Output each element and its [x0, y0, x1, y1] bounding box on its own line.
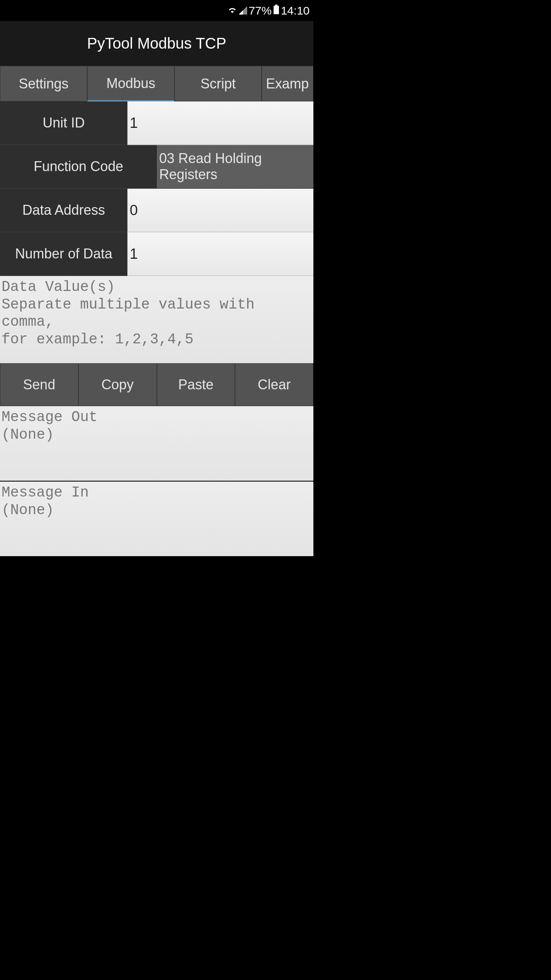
svg-rect-1 [274, 6, 279, 14]
message-in-label: Message In [2, 484, 89, 501]
app-title: PyTool Modbus TCP [0, 21, 313, 66]
wifi-icon [227, 4, 237, 17]
paste-button[interactable]: Paste [157, 363, 235, 406]
copy-button[interactable]: Copy [78, 363, 157, 406]
tabs-bar: Settings Modbus Script Examp [0, 66, 313, 101]
message-out-label: Message Out [2, 409, 98, 425]
message-in-area[interactable]: Message In (None) [0, 482, 313, 556]
tab-modbus[interactable]: Modbus [87, 66, 174, 101]
send-button[interactable]: Send [0, 363, 78, 406]
clock-time: 14:10 [281, 4, 310, 17]
data-value-textarea[interactable]: Data Value(s) Separate multiple values w… [0, 276, 313, 363]
tab-script[interactable]: Script [174, 66, 262, 101]
function-code-label: Function Code [0, 145, 157, 189]
function-code-select[interactable]: 03 Read Holding Registers [157, 145, 313, 189]
battery-icon [273, 4, 279, 17]
number-of-data-input[interactable] [127, 232, 313, 276]
unit-id-label: Unit ID [0, 101, 127, 145]
number-of-data-label: Number of Data [0, 232, 127, 276]
svg-rect-0 [275, 5, 277, 6]
clear-button[interactable]: Clear [235, 363, 313, 406]
message-out-area[interactable]: Message Out (None) [0, 406, 313, 481]
tab-settings[interactable]: Settings [0, 66, 87, 101]
data-address-input[interactable] [127, 189, 313, 232]
battery-percent: 77% [249, 4, 272, 17]
tab-example[interactable]: Examp [262, 66, 313, 101]
signal-icon [239, 4, 247, 17]
message-out-value: (None) [2, 426, 54, 443]
message-in-value: (None) [2, 502, 54, 518]
data-address-label: Data Address [0, 189, 127, 232]
status-bar: 77% 14:10 [0, 0, 313, 21]
unit-id-input[interactable] [127, 101, 313, 145]
